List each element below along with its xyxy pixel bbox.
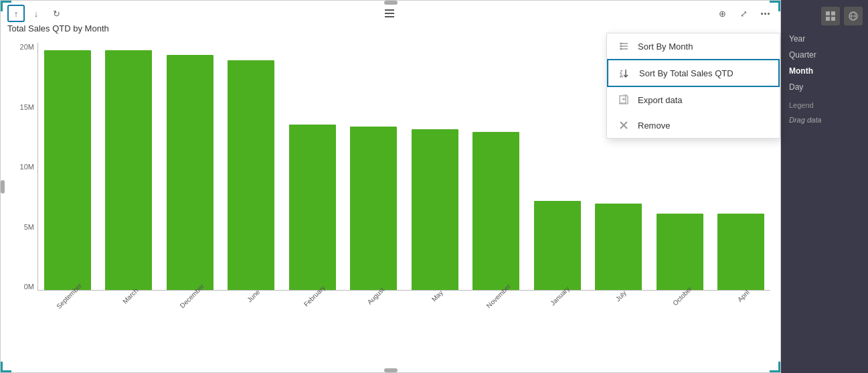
right-sidebar: YearQuarterMonthDay Legend Drag data (781, 0, 868, 373)
globe-icon (849, 11, 858, 21)
x-axis-label: April (736, 289, 751, 303)
toolbar-up-button[interactable]: ↑ (7, 5, 25, 22)
bar (657, 214, 703, 290)
x-axis-label: June (246, 288, 261, 303)
chart-panel: ↑ ↓ ↻ ⊕ ⤢ (0, 0, 781, 373)
x-label-wrapper: January (528, 291, 587, 317)
menu-label-export: Export data (638, 95, 683, 105)
sidebar-field-item-day[interactable]: Day (781, 79, 868, 95)
x-axis-label: May (430, 289, 444, 303)
grid-icon (826, 11, 835, 21)
toolbar-focus-button[interactable]: ⊕ (713, 5, 731, 22)
menu-item-remove[interactable]: Remove (607, 113, 780, 138)
menu-icon-export (618, 94, 630, 106)
sidebar-icons (781, 4, 868, 28)
toolbar-right: ⊕ ⤢ (713, 5, 774, 22)
resize-handle-bl[interactable] (1, 362, 11, 372)
bar-wrapper[interactable] (345, 43, 404, 290)
toolbar-left: ↑ ↓ ↻ (7, 5, 65, 22)
menu-item-export[interactable]: Export data (607, 87, 780, 113)
sidebar-icon-2[interactable] (844, 7, 863, 25)
menu-icon-sort-total: ZA (619, 67, 631, 79)
sidebar-field-item-quarter[interactable]: Quarter (781, 47, 868, 63)
svg-rect-14 (826, 11, 830, 15)
svg-rect-15 (831, 11, 835, 15)
sidebar-drag-label: Drag data (781, 113, 868, 127)
context-menu: Sort By MonthZASort By Total Sales QTDEx… (606, 33, 780, 139)
x-label-wrapper: April (711, 291, 770, 317)
bar (717, 214, 764, 290)
svg-text:A: A (620, 74, 623, 78)
y-axis-label: 5M (24, 223, 34, 231)
bar (289, 125, 336, 290)
sidebar-legend-label: Legend (781, 98, 868, 113)
bar-wrapper[interactable] (528, 43, 587, 290)
x-label-wrapper: June (222, 291, 280, 317)
bar-wrapper[interactable] (406, 43, 464, 290)
bar (412, 129, 458, 290)
sidebar-field-item-year[interactable]: Year (781, 31, 868, 47)
sidebar-field-item-month[interactable]: Month (781, 63, 868, 79)
x-label-wrapper: September (37, 291, 96, 317)
bar-wrapper[interactable] (283, 43, 342, 290)
refresh-icon: ↻ (53, 9, 60, 19)
x-label-wrapper: March (99, 291, 158, 317)
bar (472, 132, 519, 290)
x-axis-label: July (614, 289, 628, 303)
toolbar-expand-button[interactable]: ⤢ (735, 5, 752, 22)
svg-rect-17 (831, 17, 835, 21)
y-axis-label: 15M (20, 103, 34, 111)
up-icon: ↑ (14, 9, 19, 19)
hamburger-icon (385, 9, 394, 17)
menu-label-sort-total: Sort By Total Sales QTD (639, 68, 733, 78)
menu-item-sort-total[interactable]: ZASort By Total Sales QTD (607, 59, 780, 87)
bar-wrapper[interactable] (467, 43, 526, 290)
x-label-wrapper: August (344, 291, 403, 317)
bar (350, 127, 397, 290)
bar-wrapper[interactable] (38, 43, 97, 290)
y-axis-label: 20M (20, 43, 34, 51)
y-axis-label: 10M (20, 163, 34, 171)
bar-wrapper[interactable] (222, 43, 281, 290)
hamburger-button[interactable] (381, 5, 398, 22)
x-label-wrapper: December (160, 291, 219, 317)
bar (595, 204, 642, 290)
y-axis: 20M15M10M5M0M (7, 36, 37, 291)
toolbar-down-button[interactable]: ↓ (27, 5, 45, 22)
svg-point-5 (620, 48, 622, 50)
y-axis-label: 0M (24, 283, 34, 291)
bar (534, 201, 581, 290)
focus-icon: ⊕ (719, 9, 726, 19)
toolbar-center (381, 5, 398, 22)
sidebar-field-list: YearQuarterMonthDay (781, 28, 868, 98)
svg-rect-16 (826, 17, 830, 21)
menu-label-remove: Remove (638, 121, 670, 131)
bar (167, 55, 213, 290)
x-label-wrapper: July (589, 291, 648, 317)
bar-wrapper[interactable] (100, 43, 159, 290)
bar (105, 50, 152, 290)
x-label-wrapper: May (405, 291, 464, 317)
toolbar-more-button[interactable] (756, 5, 774, 22)
menu-icon-sort-month (618, 40, 630, 52)
bar (228, 60, 274, 290)
chart-toolbar: ↑ ↓ ↻ ⊕ ⤢ (1, 1, 780, 23)
bar (44, 50, 91, 290)
svg-point-3 (620, 43, 622, 45)
x-label-wrapper: February (282, 291, 341, 317)
menu-icon-remove (618, 119, 630, 131)
sidebar-icon-1[interactable] (821, 7, 840, 25)
resize-handle-br[interactable] (770, 362, 780, 372)
x-labels: SeptemberMarchDecemberJuneFebruaryAugust… (37, 291, 770, 317)
x-label-wrapper: October (650, 291, 709, 317)
more-icon (761, 13, 770, 15)
svg-point-4 (620, 46, 622, 48)
resize-handle-bottom[interactable] (384, 368, 398, 372)
down-icon: ↓ (34, 9, 39, 19)
bar-wrapper[interactable] (161, 43, 220, 290)
menu-label-sort-month: Sort By Month (638, 42, 693, 52)
expand-icon: ⤢ (740, 9, 748, 19)
x-label-wrapper: November (466, 291, 525, 317)
toolbar-refresh-button[interactable]: ↻ (48, 5, 65, 22)
menu-item-sort-month[interactable]: Sort By Month (607, 33, 780, 59)
